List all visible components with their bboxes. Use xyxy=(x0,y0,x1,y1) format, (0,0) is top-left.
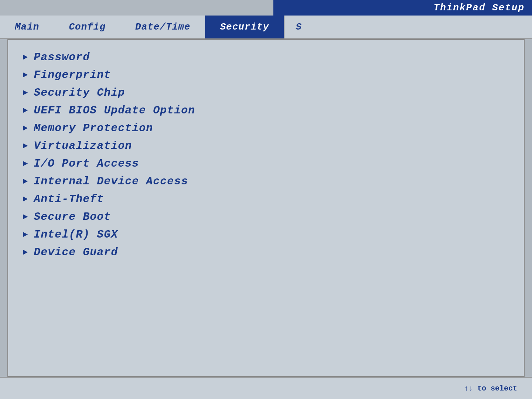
menu-item-password[interactable]: ► Password xyxy=(23,51,509,64)
arrow-icon-virtualization: ► xyxy=(23,141,28,151)
bottom-hint-text: ↑↓ to select xyxy=(464,384,517,393)
menu-item-device-guard[interactable]: ► Device Guard xyxy=(23,246,509,259)
tab-datetime[interactable]: Date/Time xyxy=(120,16,205,38)
menu-label-security-chip: Security Chip xyxy=(34,86,125,99)
tab-security[interactable]: Security xyxy=(205,16,284,38)
tab-config[interactable]: Config xyxy=(54,16,120,38)
arrow-icon-io-port-access: ► xyxy=(23,159,28,168)
menu-item-internal-device-access[interactable]: ► Internal Device Access xyxy=(23,175,509,188)
arrow-icon-password: ► xyxy=(23,53,28,62)
menu-item-virtualization[interactable]: ► Virtualization xyxy=(23,140,509,152)
menu-label-secure-boot: Secure Boot xyxy=(34,211,111,223)
arrow-icon-uefi-bios-update: ► xyxy=(23,106,28,115)
security-menu-list: ► Password ► Fingerprint ► Security Chip… xyxy=(8,40,524,275)
arrow-icon-internal-device-access: ► xyxy=(23,177,28,186)
menu-label-memory-protection: Memory Protection xyxy=(34,122,153,134)
content-area: ► Password ► Fingerprint ► Security Chip… xyxy=(7,39,525,377)
menu-label-intel-sgx: Intel(R) SGX xyxy=(34,228,118,241)
bottom-bar: ↑↓ to select xyxy=(0,377,532,399)
arrow-icon-device-guard: ► xyxy=(23,248,28,257)
menu-label-device-guard: Device Guard xyxy=(34,246,118,259)
tab-main[interactable]: Main xyxy=(0,16,54,38)
menu-item-secure-boot[interactable]: ► Secure Boot xyxy=(23,211,509,223)
menu-label-fingerprint: Fingerprint xyxy=(34,69,111,81)
tab-extra[interactable]: S xyxy=(284,16,313,38)
title-bar: ThinkPad Setup xyxy=(273,0,532,16)
menu-item-memory-protection[interactable]: ► Memory Protection xyxy=(23,122,509,134)
arrow-icon-anti-theft: ► xyxy=(23,195,28,204)
nav-bar: Main Config Date/Time Security S xyxy=(0,16,532,39)
menu-item-security-chip[interactable]: ► Security Chip xyxy=(23,86,509,99)
menu-item-uefi-bios-update[interactable]: ► UEFI BIOS Update Option xyxy=(23,104,509,117)
app-title: ThinkPad Setup xyxy=(434,2,525,13)
arrow-icon-secure-boot: ► xyxy=(23,212,28,222)
menu-item-intel-sgx[interactable]: ► Intel(R) SGX xyxy=(23,228,509,241)
menu-label-password: Password xyxy=(34,51,90,64)
menu-item-io-port-access[interactable]: ► I/O Port Access xyxy=(23,157,509,170)
menu-label-io-port-access: I/O Port Access xyxy=(34,157,139,170)
arrow-icon-fingerprint: ► xyxy=(23,71,28,80)
menu-item-anti-theft[interactable]: ► Anti-Theft xyxy=(23,193,509,205)
arrow-icon-memory-protection: ► xyxy=(23,124,28,133)
menu-label-anti-theft: Anti-Theft xyxy=(34,193,104,205)
menu-label-internal-device-access: Internal Device Access xyxy=(34,175,188,188)
arrow-icon-security-chip: ► xyxy=(23,88,28,98)
arrow-icon-intel-sgx: ► xyxy=(23,230,28,239)
menu-item-fingerprint[interactable]: ► Fingerprint xyxy=(23,69,509,81)
menu-label-uefi-bios-update: UEFI BIOS Update Option xyxy=(34,104,195,117)
menu-label-virtualization: Virtualization xyxy=(34,140,132,152)
